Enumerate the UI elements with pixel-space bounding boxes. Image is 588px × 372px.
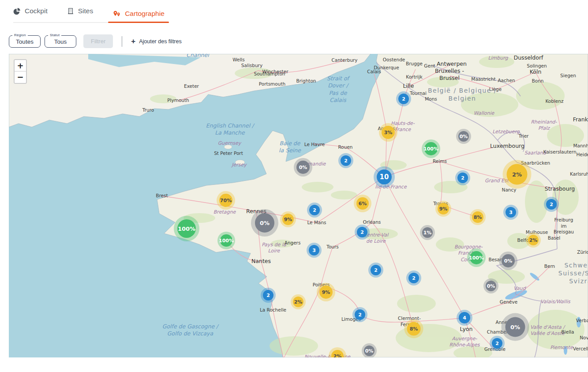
map-cluster-marker[interactable]: 10 xyxy=(377,169,392,184)
map-cluster-marker[interactable]: 2 xyxy=(309,205,320,215)
map-cluster-marker[interactable]: 6% xyxy=(356,197,369,210)
app-window: Cockpit Sites Cartographie Région Toutes… xyxy=(0,0,588,372)
map-cluster-marker[interactable]: 0% xyxy=(364,346,375,356)
map-cluster-marker[interactable]: 100% xyxy=(424,142,438,155)
map-cluster-marker[interactable]: 4 xyxy=(459,312,470,323)
map-cluster-marker[interactable]: 2 xyxy=(355,309,365,320)
tab-label: Cockpit xyxy=(25,7,48,15)
map-cluster-marker[interactable]: 1% xyxy=(422,227,433,238)
map-cluster-marker[interactable]: 0% xyxy=(506,317,525,337)
add-filters-button[interactable]: + Ajouter des filtres xyxy=(131,38,182,45)
divider xyxy=(122,36,122,47)
map-cluster-marker[interactable]: 3 xyxy=(506,207,516,218)
map-cluster-marker[interactable]: 2 xyxy=(341,155,351,166)
map-cluster-marker[interactable]: 8% xyxy=(407,322,421,336)
map-zoom-control: + − xyxy=(14,59,27,84)
statut-filter-value: Tous xyxy=(54,38,67,45)
map-cluster-marker[interactable]: 3% xyxy=(382,126,395,139)
statut-filter-label: Statut xyxy=(48,33,61,37)
statut-filter-select[interactable]: Statut Tous xyxy=(45,35,76,48)
building-icon xyxy=(67,8,74,15)
map-cluster-marker[interactable]: 100% xyxy=(177,219,196,238)
map-cluster-marker[interactable]: 100% xyxy=(220,234,232,247)
tab-label: Sites xyxy=(78,7,93,15)
filter-button[interactable]: Filtrer xyxy=(83,34,113,48)
map-cluster-marker[interactable]: 3 xyxy=(309,245,319,256)
map-cluster-marker[interactable]: 2 xyxy=(546,199,557,210)
plus-icon: + xyxy=(131,38,135,45)
map-cluster-marker[interactable]: 0% xyxy=(296,161,310,174)
zoom-in-button[interactable]: + xyxy=(15,60,26,71)
map-cluster-marker[interactable]: 0% xyxy=(502,254,515,267)
map-cluster-marker[interactable]: 2% xyxy=(528,235,539,245)
tab-bar: Cockpit Sites Cartographie xyxy=(13,7,168,23)
map-base-tiles xyxy=(9,54,588,357)
map-cluster-marker[interactable]: 2% xyxy=(293,297,303,307)
zoom-out-button[interactable]: − xyxy=(15,71,26,83)
map-cluster-marker[interactable]: 0% xyxy=(255,213,274,233)
map-cluster-marker[interactable]: 2 xyxy=(457,173,468,183)
map-cluster-marker[interactable]: 2 xyxy=(263,290,273,301)
map-cluster-marker[interactable]: 9% xyxy=(319,286,333,299)
map-cluster-marker[interactable]: 2 xyxy=(357,227,367,237)
tab-sites[interactable]: Sites xyxy=(67,7,93,22)
map-cluster-marker[interactable]: 0% xyxy=(458,131,469,142)
map[interactable]: WellsSalisburyWinchesterSouthamptonPorts… xyxy=(9,54,588,357)
add-filters-label: Ajouter des filtres xyxy=(139,38,182,45)
map-cluster-marker[interactable]: 2 xyxy=(371,265,381,275)
filter-bar: Région Toutes Statut Tous Filtrer + Ajou… xyxy=(9,34,588,48)
map-cluster-marker[interactable]: 0% xyxy=(486,281,496,291)
tab-cockpit[interactable]: Cockpit xyxy=(13,7,48,22)
map-cluster-marker[interactable]: 8% xyxy=(472,211,483,223)
map-cluster-marker[interactable]: 70% xyxy=(219,194,232,207)
tab-label: Cartographie xyxy=(125,10,165,18)
map-cluster-marker[interactable]: 9% xyxy=(282,214,294,225)
map-cluster-marker[interactable]: 2 xyxy=(492,338,502,349)
map-pins-icon xyxy=(112,10,121,18)
map-cluster-marker[interactable]: 100% xyxy=(470,251,483,264)
region-filter-label: Région xyxy=(12,33,28,37)
tab-cartographie[interactable]: Cartographie xyxy=(112,10,165,22)
pie-chart-icon xyxy=(13,8,21,15)
map-cluster-marker[interactable]: 2% xyxy=(507,164,528,185)
map-cluster-marker[interactable]: 2 xyxy=(398,94,409,104)
map-cluster-marker[interactable]: 2 xyxy=(408,273,419,283)
region-filter-value: Toutes xyxy=(16,38,34,45)
map-cluster-marker[interactable]: 9% xyxy=(438,203,449,214)
region-filter-select[interactable]: Région Toutes xyxy=(9,35,41,48)
